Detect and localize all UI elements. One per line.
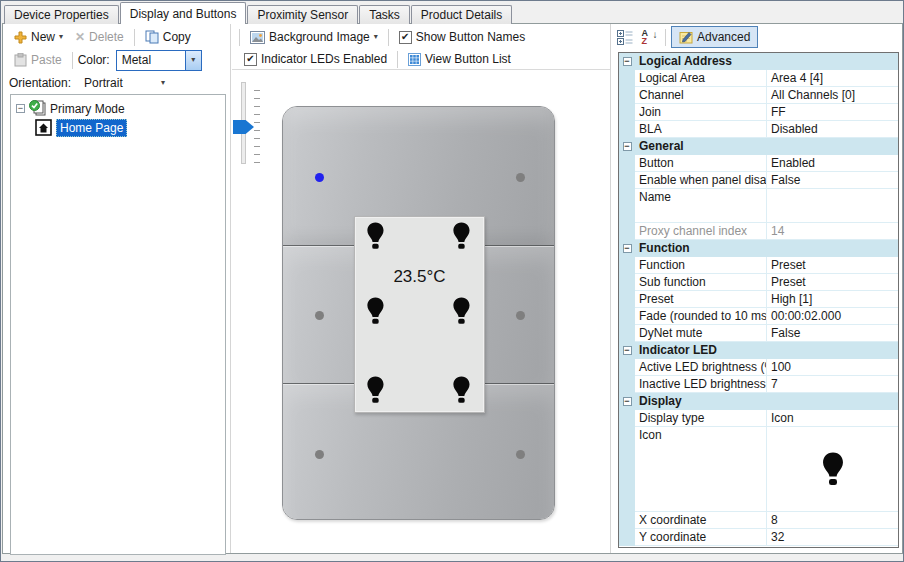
pg-name[interactable]: Name [635, 189, 766, 223]
pg-name[interactable]: Active LED brightness (%) [635, 359, 766, 376]
pg-value[interactable]: Preset [766, 274, 898, 291]
pg-value[interactable]: 100 [766, 359, 898, 376]
toolbar-separator [239, 29, 240, 46]
new-plus-icon [14, 31, 27, 44]
pg-name[interactable]: Logical Area [635, 70, 766, 87]
paste-button[interactable]: Paste [9, 51, 67, 69]
pg-value[interactable]: 00:00:02.000 [766, 308, 898, 325]
pg-name[interactable]: DyNet mute [635, 325, 766, 342]
collapse-icon[interactable]: − [623, 142, 632, 151]
pg-value[interactable]: FF [766, 104, 898, 121]
pg-category-function[interactable]: − Function [619, 240, 898, 257]
mode-pages-icon [29, 100, 47, 117]
view-button-list-icon [408, 53, 421, 66]
view-button-list-button[interactable]: View Button List [403, 50, 516, 68]
indicator-leds-enabled-label: Indicator LEDs Enabled [261, 52, 387, 66]
pg-name[interactable]: Y coordinate [635, 529, 766, 546]
pg-row-inactive-led-brightness: Inactive LED brightness ... 7 [619, 376, 898, 393]
pg-name[interactable]: Proxy channel index [635, 223, 766, 240]
show-button-names-checkbox[interactable]: ✔ Show Button Names [394, 28, 530, 46]
toolbar-separator [665, 29, 666, 46]
pg-value[interactable]: High [1] [766, 291, 898, 308]
led-indicator [315, 450, 324, 459]
background-image-dropdown-arrow-icon[interactable]: ▾ [374, 32, 378, 42]
left-toolbar-row-2: Paste Color: Metal ▾ [9, 49, 202, 71]
toolbar-separator [388, 29, 389, 46]
pg-value[interactable]: False [766, 172, 898, 189]
pg-value[interactable]: Icon [766, 410, 898, 427]
categorized-view-button[interactable] [614, 26, 636, 48]
pg-name[interactable]: Join [635, 104, 766, 121]
led-indicator [516, 450, 525, 459]
pg-name[interactable]: Channel [635, 87, 766, 104]
pg-value[interactable]: Enabled [766, 155, 898, 172]
pg-category-label: Function [635, 240, 690, 257]
collapse-icon[interactable]: − [623, 57, 632, 66]
pg-value[interactable]: Disabled [766, 121, 898, 138]
background-image-button[interactable]: Background Image ▾ [245, 28, 383, 46]
pg-name[interactable]: Preset [635, 291, 766, 308]
pg-name[interactable]: Function [635, 257, 766, 274]
pg-name[interactable]: Sub function [635, 274, 766, 291]
tree-item-home-page[interactable]: Home Page [11, 118, 225, 137]
zoom-slider-thumb[interactable] [233, 120, 254, 134]
collapse-icon[interactable]: − [623, 244, 632, 253]
pg-category-general[interactable]: − General [619, 138, 898, 155]
pg-value[interactable]: Area 4 [4] [766, 70, 898, 87]
pg-name[interactable]: BLA [635, 121, 766, 138]
tree-item-label[interactable]: Primary Mode [50, 102, 125, 116]
orientation-combobox[interactable]: Portrait ▾ [79, 73, 171, 94]
pg-name[interactable]: Inactive LED brightness ... [635, 376, 766, 393]
pg-name[interactable]: Button [635, 155, 766, 172]
pg-value[interactable]: 32 [766, 529, 898, 546]
pg-name[interactable]: X coordinate [635, 512, 766, 529]
pg-value[interactable]: 8 [766, 512, 898, 529]
led-indicator [516, 173, 525, 182]
tab-device-properties[interactable]: Device Properties [4, 5, 119, 24]
toolbar-separator [397, 51, 398, 68]
pg-category-label: Indicator LED [635, 342, 717, 359]
collapse-icon[interactable]: − [623, 346, 632, 355]
center-toolbar-row-1: Background Image ▾ ✔ Show Button Names [236, 26, 530, 48]
pg-row-channel: Channel All Channels [0] [619, 87, 898, 104]
tab-tasks[interactable]: Tasks [359, 5, 410, 24]
pg-value-icon-preview[interactable] [766, 427, 898, 512]
center-right-divider [610, 24, 611, 553]
alphabetical-sort-button[interactable]: A Z ↓ [638, 26, 660, 48]
pg-name[interactable]: Fade (rounded to 10 ms) [635, 308, 766, 325]
pg-name[interactable]: Icon [635, 427, 766, 512]
pg-category-logical-address[interactable]: − Logical Address [619, 53, 898, 70]
pg-value[interactable]: All Channels [0] [766, 87, 898, 104]
new-dropdown-arrow-icon[interactable]: ▾ [59, 32, 63, 42]
orientation-combobox-button[interactable]: ▾ [155, 73, 171, 94]
app-window: Device Properties Display and Buttons Pr… [0, 0, 904, 562]
copy-label: Copy [163, 30, 191, 44]
indicator-leds-enabled-checkbox[interactable]: ✔ Indicator LEDs Enabled [239, 50, 392, 68]
left-center-divider [230, 24, 231, 553]
tree-item-label[interactable]: Home Page [56, 119, 127, 137]
collapse-icon[interactable]: − [623, 397, 632, 406]
color-combobox[interactable]: Metal ▾ [116, 50, 202, 71]
tree-item-primary-mode[interactable]: − Primary Mode [11, 99, 225, 118]
pg-name[interactable]: Enable when panel disa... [635, 172, 766, 189]
pg-value[interactable] [766, 189, 898, 223]
collapse-icon[interactable]: − [16, 104, 25, 113]
color-combobox-button[interactable]: ▾ [185, 51, 201, 70]
new-button[interactable]: New ▾ [9, 28, 68, 46]
pg-value[interactable]: 14 [766, 223, 898, 240]
tab-proximity-sensor[interactable]: Proximity Sensor [247, 5, 358, 24]
pg-value[interactable]: Preset [766, 257, 898, 274]
pg-value[interactable]: 7 [766, 376, 898, 393]
tab-display-and-buttons[interactable]: Display and Buttons [120, 2, 247, 24]
pg-value[interactable]: False [766, 325, 898, 342]
tab-product-details[interactable]: Product Details [411, 5, 512, 24]
bulb-icon [365, 222, 387, 252]
pg-name[interactable]: Display type [635, 410, 766, 427]
lcd-screen-preview[interactable]: 23.5°C [354, 216, 485, 413]
copy-button[interactable]: Copy [140, 28, 196, 46]
pg-category-display[interactable]: − Display [619, 393, 898, 410]
advanced-toggle-button[interactable]: Advanced [671, 26, 758, 48]
paste-label: Paste [31, 53, 62, 67]
pg-category-indicator-led[interactable]: − Indicator LED [619, 342, 898, 359]
delete-button[interactable]: ✕ Delete [70, 28, 129, 46]
